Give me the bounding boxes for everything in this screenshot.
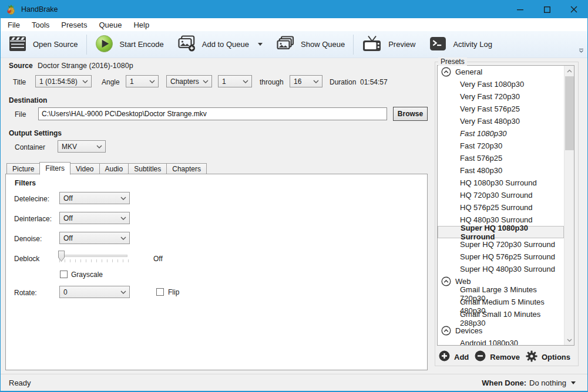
add-preset-button[interactable]: Add [439,350,469,363]
chapter-end-select[interactable]: 16 [290,75,322,87]
preset-item[interactable]: Very Fast 480p30 [438,115,564,127]
minimize-button-icon[interactable] [506,1,533,18]
preset-item[interactable]: HQ 1080p30 Surround [438,177,564,189]
start-encode-button[interactable]: Start Encode [88,33,171,56]
range-type-select[interactable]: Chapters [166,75,212,87]
close-button-icon[interactable] [560,1,587,18]
angle-select[interactable]: 1 [126,75,159,87]
grayscale-label: Grayscale [71,271,103,279]
preset-item[interactable]: Very Fast 1080p30 [438,78,564,90]
browse-button[interactable]: Browse [393,107,428,121]
preset-item[interactable]: Fast 1080p30 [438,127,564,140]
scrollbar-up-icon[interactable] [565,66,574,76]
detelecine-select[interactable]: Off [59,192,130,204]
add-to-queue-button[interactable]: Add to Queue [171,33,270,56]
preset-item[interactable]: Fast 576p25 [438,152,564,164]
chevron-up-circle-icon[interactable] [441,276,451,286]
tab-subtitles[interactable]: Subtitles [128,163,167,174]
menu-presets[interactable]: Presets [55,19,93,31]
tab-filters[interactable]: Filters [39,162,70,175]
grayscale-checkbox[interactable] [60,271,68,278]
show-queue-icon [277,36,294,53]
menu-bar: File Tools Presets Queue Help [1,18,587,31]
preset-item[interactable]: Super HQ 720p30 Surround [438,238,564,251]
tab-audio[interactable]: Audio [99,163,129,174]
detelecine-label: Detelecine: [14,195,49,203]
when-done-dropdown[interactable]: When Done: Do nothing [482,379,576,387]
file-path-input[interactable] [38,107,387,120]
titlebar: HandBrake [1,1,587,18]
chevron-down-icon [313,80,319,83]
preset-item[interactable]: Fast 720p30 [438,140,564,152]
presets-scrollbar[interactable] [564,66,574,345]
chevron-down-icon [120,236,126,240]
preset-item[interactable]: Fast 480p30 [438,164,564,177]
chevron-up-circle-icon[interactable] [441,326,451,336]
remove-preset-button[interactable]: Remove [475,350,520,363]
preset-item[interactable]: Very Fast 576p25 [438,103,564,115]
flip-checkbox[interactable] [156,288,164,296]
menu-file[interactable]: File [2,19,26,31]
container-select[interactable]: MKV [58,140,106,153]
activity-log-button[interactable]: Activity Log [422,33,499,56]
when-done-label: When Done: [482,379,526,387]
rotate-label: Rotate: [14,289,37,297]
deblock-label: Deblock [14,255,39,263]
title-label: Title [13,78,26,86]
preset-label: HQ 576p25 Surround [460,203,533,212]
maximize-button-icon[interactable] [533,1,560,18]
scrollbar-down-icon[interactable] [565,335,574,345]
chapter-start-select[interactable]: 1 [218,75,252,87]
toolbar-overflow-icon[interactable] [579,47,584,55]
preset-label: Fast 720p30 [460,141,502,150]
preset-label: Very Fast 720p30 [460,92,520,101]
window-title: HandBrake [21,5,58,13]
output-settings-section-label: Output Settings [9,129,62,137]
preset-label: Fast 480p30 [460,166,502,175]
preset-item[interactable]: Super HQ 480p30 Surround [438,263,564,275]
preview-button[interactable]: Preview [355,33,422,56]
preset-label: Devices [455,326,482,335]
open-source-button[interactable]: Open Source [2,33,85,56]
preset-tree: GeneralVery Fast 1080p30Very Fast 720p30… [438,66,564,346]
chevron-up-circle-icon[interactable] [441,67,451,77]
handbrake-logo-icon [6,4,16,15]
preset-label: Very Fast 480p30 [460,117,520,126]
chevron-down-icon[interactable] [258,43,263,46]
preset-label: Super HQ 576p25 Surround [460,252,555,261]
preset-item[interactable]: Android 1080p30 [438,337,564,346]
toolbar: Open Source Start Encode Add [1,31,587,58]
destination-section-label: Destination [9,96,47,104]
source-section-label: Source [9,62,33,70]
preset-label: General [455,67,482,76]
preset-label: HQ 1080p30 Surround [460,178,537,187]
tab-chapters[interactable]: Chapters [166,163,207,174]
preset-label: Fast 576p25 [460,154,502,163]
title-select[interactable]: 1 (01:54:58) [35,75,92,87]
tab-picture[interactable]: Picture [6,163,40,174]
preset-item[interactable]: Super HQ 1080p30 Surround [438,226,564,238]
rotate-select[interactable]: 0 [59,286,130,298]
denoise-select[interactable]: Off [59,232,130,244]
deinterlace-select[interactable]: Off [59,212,130,224]
preset-item[interactable]: HQ 576p25 Surround [438,201,564,214]
tab-video[interactable]: Video [70,163,99,174]
menu-help[interactable]: Help [127,19,155,31]
preset-item[interactable]: Very Fast 720p30 [438,90,564,103]
deblock-slider-track[interactable] [59,255,127,257]
menu-queue[interactable]: Queue [93,19,127,31]
flip-label: Flip [168,288,179,296]
preset-item[interactable]: Super HQ 576p25 Surround [438,251,564,263]
preset-item[interactable]: Gmail Small 10 Minutes 288p30 [438,312,564,325]
preset-label: Super HQ 1080p30 Surround [461,224,563,241]
through-label: through [260,78,284,86]
menu-tools[interactable]: Tools [26,19,55,31]
preset-group[interactable]: General [438,66,564,78]
preset-item[interactable]: HQ 720p30 Surround [438,189,564,201]
minus-circle-icon [475,350,486,363]
preset-options-button[interactable]: Options [526,350,570,364]
show-queue-button[interactable]: Show Queue [270,33,352,56]
scrollbar-thumb[interactable] [565,76,574,150]
container-label: Container [15,143,45,151]
play-icon [95,35,113,55]
